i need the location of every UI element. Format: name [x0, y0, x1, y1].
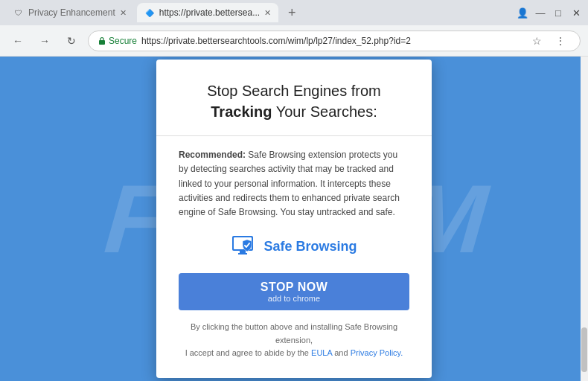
stop-btn-sublabel: add to chrome [186, 294, 402, 303]
tab-label-1: Privacy Enhancement [28, 7, 115, 18]
bookmark-button[interactable]: ☆ [526, 31, 547, 51]
new-tab-button[interactable]: + [281, 2, 302, 23]
tab-close-1[interactable]: ✕ [120, 8, 127, 18]
profile-button[interactable]: 👤 [517, 7, 528, 19]
brand-shield-icon [231, 233, 258, 260]
legal-line2-prefix: I accept and agree to abide by the [185, 348, 311, 357]
window-controls: 👤 — □ ✕ [517, 7, 582, 19]
refresh-button[interactable]: ↻ [61, 31, 82, 51]
title-bold: Tracking [211, 103, 272, 120]
svg-rect-3 [240, 251, 246, 253]
url-text: https://private.bettersearchtools.com/wi… [141, 36, 411, 46]
tab-close-2[interactable]: ✕ [264, 8, 271, 18]
minimize-button[interactable]: — [534, 7, 546, 19]
title-divider [156, 135, 432, 136]
modal-title: Stop Search Engines from Tracking Your S… [179, 80, 409, 122]
tab-favicon-2: 🔷 [144, 7, 155, 18]
stop-now-button[interactable]: STOP NOW add to chrome [179, 273, 409, 310]
brand-name: Safe Browsing [263, 239, 357, 254]
legal-and: and [332, 348, 350, 357]
recommended-label: Recommended: [179, 150, 246, 160]
title-normal: Stop Search Engines from [207, 83, 380, 99]
address-icons: ☆ ⋮ [526, 31, 571, 51]
svg-rect-0 [99, 40, 105, 45]
svg-rect-4 [238, 253, 247, 254]
privacy-link[interactable]: Privacy Policy. [351, 348, 403, 357]
lock-icon [98, 36, 106, 45]
close-button[interactable]: ✕ [570, 7, 582, 19]
tab-favicon-1: 🛡 [13, 7, 24, 18]
secure-badge: Secure [98, 36, 137, 46]
url-bar[interactable]: Secure https://private.bettersearchtools… [88, 31, 581, 51]
tab-bettersearch[interactable]: 🔷 https://private.bettersea... ✕ [137, 3, 278, 22]
page-content: FISH.OM Stop Search Engines from Trackin… [0, 57, 588, 381]
tab-label-2: https://private.bettersea... [159, 7, 260, 18]
scrollbar-thumb[interactable] [581, 327, 587, 372]
title-bar: 🛡 Privacy Enhancement ✕ 🔷 https://privat… [0, 0, 588, 25]
browser-chrome: 🛡 Privacy Enhancement ✕ 🔷 https://privat… [0, 0, 588, 57]
recommended-paragraph: Recommended: Safe Browsing extension pro… [179, 148, 409, 220]
tab-privacy-enhancement[interactable]: 🛡 Privacy Enhancement ✕ [6, 3, 134, 22]
secure-label: Secure [109, 36, 137, 46]
modal-card: Stop Search Engines from Tracking Your S… [156, 60, 432, 378]
legal-text: By clicking the button above and install… [179, 321, 409, 360]
forward-button[interactable]: → [34, 31, 55, 51]
maximize-button[interactable]: □ [552, 7, 564, 19]
menu-button[interactable]: ⋮ [550, 31, 571, 51]
title-end: Your Searches: [272, 103, 377, 120]
back-button[interactable]: ← [7, 31, 28, 51]
eula-link[interactable]: EULA [311, 348, 332, 357]
legal-line1: By clicking the button above and install… [191, 322, 397, 345]
brand-row: Safe Browsing [179, 233, 409, 260]
address-bar: ← → ↻ Secure https://private.bettersearc… [0, 25, 588, 57]
scrollbar [581, 57, 588, 381]
stop-btn-label: STOP NOW [186, 281, 402, 294]
